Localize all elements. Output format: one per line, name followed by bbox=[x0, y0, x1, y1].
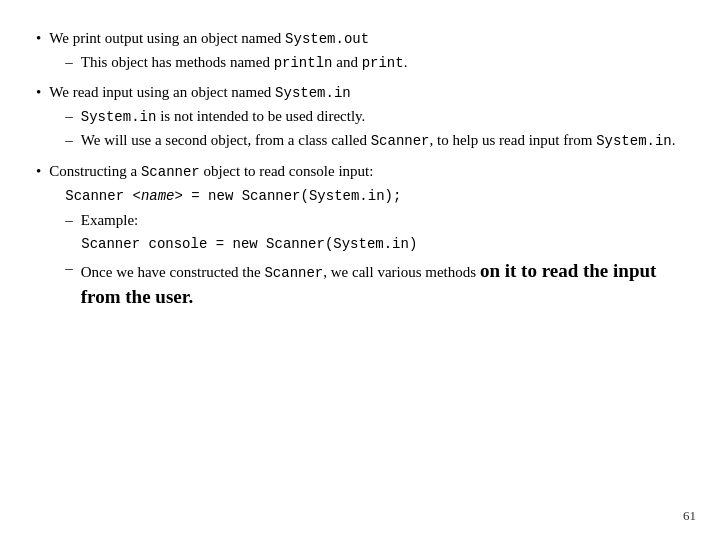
sub-text: Once we have constructed the Scanner, we… bbox=[81, 258, 684, 311]
inline-code: Scanner bbox=[264, 265, 323, 281]
code-block: Scanner console = new Scanner(System.in) bbox=[81, 234, 684, 255]
list-item: – We will use a second object, from a cl… bbox=[65, 130, 684, 152]
slide-content: • We print output using an object named … bbox=[0, 0, 720, 540]
list-item: • We read input using an object named Sy… bbox=[36, 82, 684, 155]
item-content: We print output using an object named Sy… bbox=[49, 28, 684, 76]
inline-code: System.in bbox=[275, 85, 351, 101]
dash-symbol: – bbox=[65, 260, 73, 277]
inline-code: System.in bbox=[81, 109, 157, 125]
code-placeholder: <name> bbox=[132, 188, 182, 204]
code-block: Scanner <name> = new Scanner(System.in); bbox=[65, 186, 684, 207]
inline-code: print bbox=[362, 55, 404, 71]
bullet-symbol: • bbox=[36, 163, 41, 180]
list-item: • We print output using an object named … bbox=[36, 28, 684, 76]
dash-symbol: – bbox=[65, 212, 73, 229]
item-text: We print output using an object named Sy… bbox=[49, 30, 369, 46]
item-content: We read input using an object named Syst… bbox=[49, 82, 684, 155]
item-text: Constructing a Scanner object to read co… bbox=[49, 163, 373, 179]
item-text: We read input using an object named Syst… bbox=[49, 84, 350, 100]
large-text: on it to read the input from the user. bbox=[81, 260, 657, 308]
sub-list: – Example: Scanner console = new Scanner… bbox=[65, 210, 684, 311]
sub-text: Example: bbox=[81, 210, 138, 231]
inline-code: Scanner bbox=[141, 164, 200, 180]
item-content: Constructing a Scanner object to read co… bbox=[49, 161, 684, 314]
bullet-symbol: • bbox=[36, 30, 41, 47]
list-item: – System.in is not intended to be used d… bbox=[65, 106, 684, 128]
sub-list: – System.in is not intended to be used d… bbox=[65, 106, 684, 152]
bullet-symbol: • bbox=[36, 84, 41, 101]
dash-symbol: – bbox=[65, 132, 73, 149]
page-number: 61 bbox=[683, 508, 696, 524]
inline-code: Scanner bbox=[371, 133, 430, 149]
inline-code: println bbox=[274, 55, 333, 71]
list-item: • Constructing a Scanner object to read … bbox=[36, 161, 684, 314]
inline-code: System.out bbox=[285, 31, 369, 47]
sub-text: We will use a second object, from a clas… bbox=[81, 130, 676, 152]
dash-symbol: – bbox=[65, 108, 73, 125]
dash-symbol: – bbox=[65, 54, 73, 71]
inline-code: System.in bbox=[596, 133, 672, 149]
sub-text: This object has methods named println an… bbox=[81, 52, 408, 74]
list-item: – Example: bbox=[65, 210, 684, 231]
main-bullet-list: • We print output using an object named … bbox=[36, 28, 684, 314]
sub-text: System.in is not intended to be used dir… bbox=[81, 106, 366, 128]
list-item: – Once we have constructed the Scanner, … bbox=[65, 258, 684, 311]
list-item: – This object has methods named println … bbox=[65, 52, 684, 74]
sub-list: – This object has methods named println … bbox=[65, 52, 684, 74]
